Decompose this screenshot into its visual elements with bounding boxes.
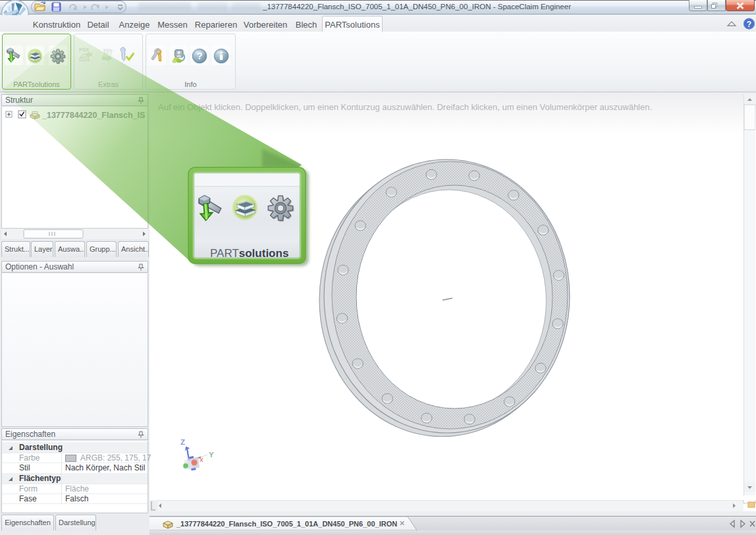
svg-text:PARTsolutions: PARTsolutions [210,247,288,260]
